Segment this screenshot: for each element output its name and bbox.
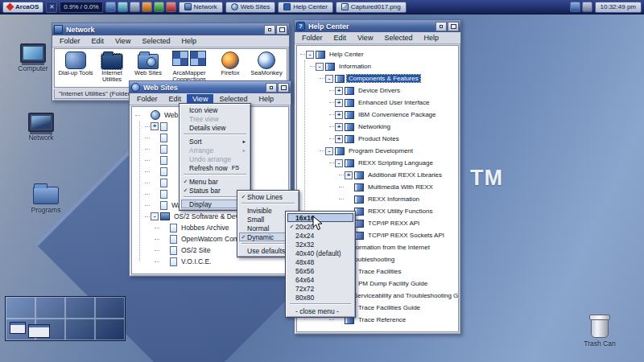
tree-item-label[interactable]: Program Development	[347, 147, 415, 154]
tree-item-label[interactable]: REXX Information	[366, 195, 421, 203]
pager-cell[interactable]	[65, 319, 95, 340]
menu-item[interactable]: Sort	[181, 137, 249, 146]
folder-object[interactable]: Web Sites	[130, 51, 166, 83]
hide-button[interactable]	[266, 83, 277, 93]
tree-item-label[interactable]: IBM Convenience Package	[357, 111, 438, 118]
pager-cell[interactable]	[65, 297, 95, 319]
menu-item[interactable]: 24x24	[287, 231, 353, 240]
menu-item[interactable]: Icon view	[181, 105, 249, 114]
tree-item-label[interactable]: Information from the Internet	[347, 244, 431, 251]
tree-expand-box[interactable]: -	[306, 51, 314, 59]
tray-icon[interactable]	[582, 2, 592, 12]
tree-item-label[interactable]: OS/2 Site	[180, 246, 212, 254]
menu-item[interactable]	[184, 134, 246, 135]
menu-item[interactable]: 64x64	[287, 275, 353, 284]
menu-item[interactable]: 56x56	[287, 266, 353, 275]
taskbar-window-button[interactable]: Captured017.png	[336, 2, 407, 13]
folder-object[interactable]: Internet Utilities	[94, 51, 130, 83]
folder-object[interactable]: Firefox	[213, 51, 248, 83]
tray-icon[interactable]	[166, 2, 176, 12]
tree-item-label[interactable]: REXX Scripting Language	[357, 159, 435, 167]
taskbar-window-button[interactable]: Help Center	[278, 2, 333, 13]
menu-item[interactable]: Show Lines	[239, 192, 297, 201]
tree-expand-box[interactable]: -	[325, 147, 333, 155]
desktop-icon[interactable]: Network	[18, 113, 64, 142]
tree-item-label[interactable]: Device Drivers	[357, 87, 402, 94]
tree-row[interactable]: + Product Notes	[300, 133, 458, 145]
tree-item-label[interactable]: Product Notes	[357, 135, 401, 142]
tray-icon[interactable]	[105, 2, 116, 12]
tree-item-label[interactable]: Multimedia With REXX	[366, 183, 435, 191]
tree-expand-box[interactable]: -	[316, 63, 324, 71]
menu-bar-item[interactable]: Folder	[54, 36, 86, 46]
menu-item[interactable]: Details view	[181, 123, 249, 132]
pager-cell[interactable]	[95, 319, 125, 340]
tree-expand-box[interactable]: +	[335, 99, 343, 107]
clock[interactable]: 10:32:49 pm	[595, 2, 642, 13]
globe-icon[interactable]	[131, 83, 140, 92]
menu-item[interactable]	[242, 203, 295, 204]
folder-object[interactable]: SeaMonkey	[249, 51, 284, 83]
tree-row[interactable]: + Device Drivers	[300, 84, 458, 97]
tree-row[interactable]: + IBM Convenience Package	[300, 109, 458, 121]
tree-item-label[interactable]: V.O.I.C.E.	[180, 257, 213, 265]
menu-item[interactable]: 48x48	[287, 257, 353, 266]
maximize-button[interactable]	[276, 25, 287, 35]
pager-cell[interactable]	[6, 297, 35, 319]
web-sites-titlebar[interactable]: Web Sites	[130, 81, 291, 93]
tree-item-label[interactable]: TCP/IP REXX Sockets API	[366, 232, 446, 239]
cpu-monitor[interactable]: 0.9% / 0.0%	[60, 2, 102, 13]
pager-mini-window[interactable]	[28, 324, 50, 338]
tree-item-label[interactable]: Information	[337, 63, 373, 70]
menu-item[interactable]: 32x32	[287, 240, 353, 249]
menu-item[interactable]	[290, 303, 351, 305]
help-icon[interactable]	[296, 22, 305, 31]
tray-icon[interactable]	[570, 2, 580, 12]
tree-item-label[interactable]: Trace Reference	[357, 316, 407, 323]
tree-expand-box[interactable]: +	[345, 171, 353, 179]
tree-item-label[interactable]: Trace Facilities	[357, 268, 403, 275]
tree-row[interactable]: - REXX Scripting Language	[300, 157, 458, 169]
menu-item[interactable]: Undo arrange	[181, 154, 249, 163]
tree-item-label[interactable]: Enhanced User Interface	[357, 99, 431, 106]
tree-row[interactable]: - Help Center	[300, 48, 458, 60]
tray-icon[interactable]	[142, 2, 152, 12]
tree-item-label[interactable]: Serviceability and Troubleshooting Guide	[352, 292, 459, 299]
menu-bar-item[interactable]: Help	[175, 36, 202, 46]
menu-item[interactable]	[184, 174, 246, 175]
menu-item[interactable]: Tree view	[181, 114, 249, 123]
tree-item-label[interactable]: Help Center	[328, 51, 365, 58]
tray-icon[interactable]	[118, 2, 128, 12]
menu-bar-item[interactable]: Help	[418, 33, 444, 43]
tree-row[interactable]: - Components & Features	[300, 72, 458, 84]
maximize-button[interactable]	[278, 83, 289, 93]
tree-row[interactable]: - Information	[300, 60, 458, 72]
menu-bar-item[interactable]: Edit	[86, 36, 110, 46]
menu-bar-item[interactable]: Folder	[131, 94, 163, 104]
menu-item[interactable]: 80x80	[287, 293, 353, 302]
menu-bar-item[interactable]: Selected	[136, 36, 175, 46]
tree-item-label[interactable]: Components & Features	[347, 75, 420, 82]
folder-object[interactable]: Dial-up Tools	[58, 51, 93, 83]
x-icon[interactable]	[46, 2, 57, 13]
tray-icon[interactable]	[130, 2, 140, 12]
tree-item-label[interactable]: Networking	[357, 123, 392, 130]
menu-item[interactable]: Refresh now F5	[181, 163, 249, 172]
menu-item[interactable]: Arrange	[181, 146, 249, 154]
tree-expand-box[interactable]: -	[151, 212, 159, 220]
tree-expand-box[interactable]: +	[335, 123, 343, 131]
taskbar-window-button[interactable]: Network	[179, 2, 223, 13]
tree-row[interactable]: + Enhanced User Interface	[300, 97, 458, 109]
tree-expand-box[interactable]: +	[335, 135, 343, 143]
tree-item-label[interactable]: Hobbes Archive	[180, 224, 231, 232]
maximize-button[interactable]	[448, 22, 459, 31]
hide-button[interactable]	[436, 22, 447, 31]
menu-bar-item[interactable]: Help	[253, 94, 279, 104]
desktop-icon[interactable]: Programs	[23, 182, 69, 214]
tree-row[interactable]: Multimedia With REXX	[300, 181, 458, 193]
network-titlebar[interactable]: Network	[52, 23, 289, 35]
pager-mini-window[interactable]	[10, 322, 26, 334]
desktop-icon[interactable]: Trash Can	[576, 317, 623, 348]
tree-row[interactable]: + Additional REXX Libraries	[300, 169, 458, 181]
menu-item[interactable]: Menu bar	[181, 177, 249, 186]
